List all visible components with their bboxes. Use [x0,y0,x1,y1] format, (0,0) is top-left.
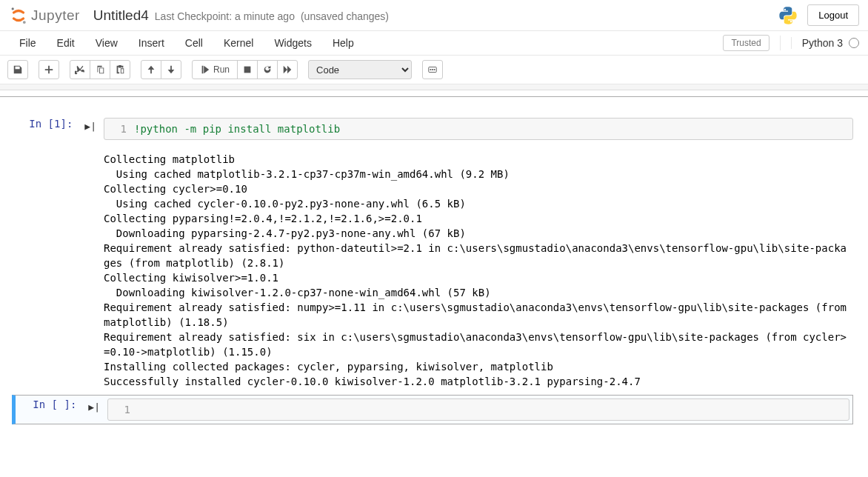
unsaved-text: (unsaved changes) [301,10,389,22]
cell-type-select[interactable]: Code [308,60,412,79]
notebook-name[interactable]: Untitled4 [93,7,149,24]
prompt-label: In [1]: [29,118,73,130]
restart-button[interactable] [257,60,278,79]
menu-cell[interactable]: Cell [175,33,213,53]
menu-help[interactable]: Help [322,33,364,53]
run-cell-icon[interactable]: ▶| [84,118,96,136]
cut-button[interactable] [70,60,90,79]
run-group: Run [192,60,298,79]
header: Jupyter Untitled4 Last Checkpoint: a min… [0,0,868,31]
menubar: File Edit View Insert Cell Kernel Widget… [0,31,868,56]
save-button[interactable] [7,60,28,79]
run-cell-icon[interactable]: ▶| [88,398,100,416]
code-cell-2[interactable]: In [ ]: ▶| 1 [12,395,853,424]
jupyter-logo[interactable]: Jupyter [9,6,80,25]
menu-items: File Edit View Insert Cell Kernel Widget… [9,33,364,53]
code-cell-1[interactable]: In [1]: ▶| 1 !python -m pip install matp… [15,115,853,143]
kernel-divider [780,36,781,50]
run-button[interactable]: Run [192,60,238,79]
menu-widgets[interactable]: Widgets [264,33,322,53]
add-cell-button[interactable] [39,60,59,79]
move-down-button[interactable] [161,60,181,79]
title-area: Untitled4 Last Checkpoint: a minute ago … [93,7,778,24]
menu-kernel[interactable]: Kernel [213,33,264,53]
logout-button[interactable]: Logout [807,4,859,26]
copy-button[interactable] [90,60,110,79]
menu-file[interactable]: File [9,33,47,53]
menu-insert[interactable]: Insert [128,33,175,53]
prompt-label: In [ ]: [33,398,76,410]
input-area: 1 !python -m pip install matplotlib [104,118,853,140]
input-area: 1 [107,398,849,421]
svg-rect-4 [430,69,432,70]
run-icon [200,64,210,75]
header-right: Logout [778,4,859,26]
svg-rect-2 [244,67,251,73]
run-label: Run [213,64,230,75]
cell-output-1: Collecting matplotlib Using cached matpl… [104,144,849,392]
kernel-status-icon [849,38,859,48]
trusted-badge[interactable]: Trusted [723,35,769,51]
command-palette-button[interactable] [422,60,443,79]
prompt-col: In [1]: ▶| [15,118,104,140]
code-input[interactable]: 1 !python -m pip install matplotlib [104,118,853,140]
move-up-button[interactable] [141,60,161,79]
menubar-right: Trusted Python 3 [723,35,859,51]
jupyter-icon [9,6,28,25]
svg-rect-6 [434,69,435,70]
menu-edit[interactable]: Edit [47,33,85,53]
spacer-bar [0,84,868,90]
line-number: 1 [108,402,138,417]
svg-rect-5 [432,69,433,70]
notebook-area: In [1]: ▶| 1 !python -m pip install matp… [0,96,868,433]
toolbar: Run Code [0,56,868,84]
svg-point-0 [12,7,14,10]
restart-run-all-button[interactable] [277,60,298,79]
prompt-col: In [ ]: ▶| [19,398,107,421]
logo-text: Jupyter [31,7,80,24]
code-text: !python -m pip install matplotlib [134,121,340,136]
interrupt-button[interactable] [237,60,258,79]
line-number: 1 [104,121,134,136]
kernel-name: Python 3 [802,37,843,49]
menu-view[interactable]: View [85,33,128,53]
checkpoint-text: Last Checkpoint: a minute ago [155,10,295,22]
kernel-indicator[interactable]: Python 3 [791,37,859,49]
edit-group [70,60,130,79]
svg-point-1 [23,21,26,24]
paste-button[interactable] [110,60,130,79]
python-icon [778,5,798,26]
move-group [141,60,181,79]
code-input[interactable]: 1 [107,398,849,421]
